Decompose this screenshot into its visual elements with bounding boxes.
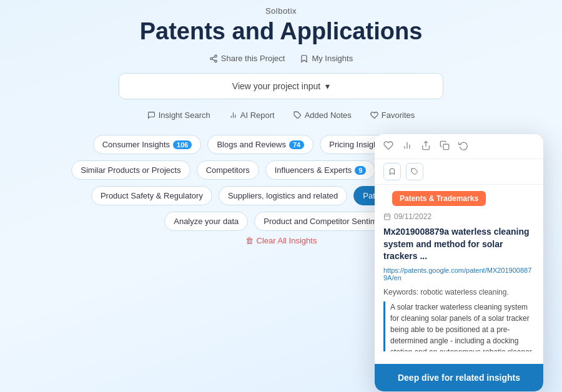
tag-similar-products[interactable]: Similar Products or Projects [71,160,190,180]
tag-consumer-insights[interactable]: Consumer Insights 106 [93,135,202,154]
nav-tabs: Insight Search AI Report Added Notes Fav… [147,110,415,122]
svg-line-4 [212,56,215,57]
calendar-icon [383,213,391,220]
popup-category-area: Patents & Trademarks [375,185,543,212]
share-toolbar-icon[interactable] [421,140,431,152]
bookmark-sub-icon[interactable] [383,163,401,180]
share-icon [209,54,218,63]
tag-blogs-reviews[interactable]: Blogs and Reviews 74 [207,135,313,154]
heart-icon [370,111,378,119]
my-insights-link[interactable]: My Insights [300,54,353,63]
bar-chart-toolbar-icon[interactable] [402,140,412,152]
popup-date: 09/11/2022 [383,212,535,221]
page-title: Patents and Applications [140,18,423,45]
tag-sub-icon[interactable] [406,163,423,180]
popup-card: Patents & Trademarks 09/11/2022 Mx201900… [375,134,543,391]
chart-icon [229,111,237,119]
tab-favorites[interactable]: Favorites [370,110,415,122]
main-container: Solbotix Patents and Applications Share … [0,0,562,392]
bookmark-icon [300,54,308,63]
project-input-label: View your project input [232,81,320,91]
popup-category-tag: Patents & Trademarks [392,191,486,206]
svg-rect-15 [385,214,390,220]
brand-name: Solbotix [265,6,297,16]
tag-suppliers[interactable]: Suppliers, logistics and related [219,186,347,205]
popup-sub-toolbar [375,159,543,185]
trash-icon: 🗑 [245,236,254,245]
popup-description: A solar tracker waterless cleaning syste… [383,301,535,351]
svg-point-0 [215,55,217,57]
deep-dive-button[interactable]: Deep dive for related insights [375,364,543,391]
refresh-toolbar-icon[interactable] [458,140,468,152]
tag-influencers[interactable]: Influencers & Experts 9 [265,160,376,180]
tag-analyze-data[interactable]: Analyze your data [164,212,248,231]
notes-icon [293,111,302,119]
popup-toolbar-left-icons [383,140,468,152]
popup-title: Mx2019008879a waterless cleaning system … [383,226,535,263]
clear-all-button[interactable]: 🗑 Clear All Insights [245,236,317,245]
chevron-down-icon: ▾ [325,81,330,91]
popup-body: 09/11/2022 Mx2019008879a waterless clean… [375,212,543,358]
heart-toolbar-icon[interactable] [383,140,393,152]
popup-keywords: Keywords: robotic waterless cleaning. [383,288,535,296]
svg-rect-13 [443,144,449,150]
svg-point-2 [215,60,217,62]
clear-all-label: Clear All Insights [257,236,317,245]
svg-point-1 [210,57,213,60]
copy-toolbar-icon[interactable] [440,140,450,152]
tags-row-4: Analyze your data Product and Competitor… [164,212,398,231]
comment-icon [147,111,155,119]
svg-line-3 [212,59,215,60]
top-actions: Share this Project My Insights [209,54,353,63]
popup-toolbar [375,134,543,159]
popup-link[interactable]: https://patents.google.com/patent/MX2019… [383,267,535,282]
project-input-bar[interactable]: View your project input ▾ [119,73,443,99]
tab-ai-report[interactable]: AI Report [229,110,275,122]
tag-product-safety[interactable]: Product Safety & Regulatory [91,186,212,205]
share-project-link[interactable]: Share this Project [209,54,285,63]
tag-competitors[interactable]: Competitors [197,160,259,180]
tab-added-notes[interactable]: Added Notes [293,110,352,122]
tab-insight-search[interactable]: Insight Search [147,110,210,122]
